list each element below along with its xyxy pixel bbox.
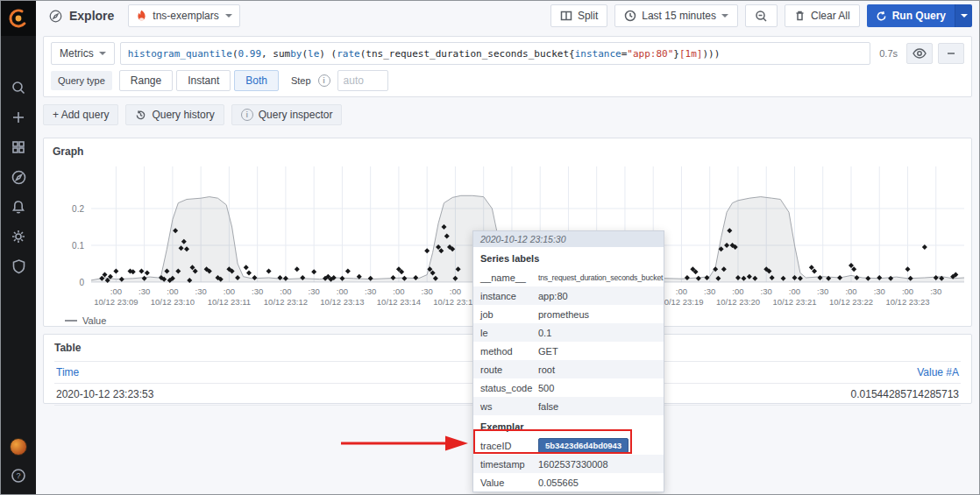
time-range-picker[interactable]: Last 15 minutes	[614, 4, 738, 27]
svg-text::00: :00	[676, 286, 687, 296]
exemplar-point[interactable]	[266, 268, 272, 273]
explore-title: Explore	[48, 9, 114, 24]
query-token: =	[621, 48, 628, 60]
metrics-dropdown[interactable]: Metrics	[51, 42, 115, 65]
column-header-time[interactable]: Time	[54, 362, 508, 383]
query-token: 0.99	[238, 48, 262, 60]
tooltip-label: route	[480, 364, 538, 375]
svg-text:10/12 23:21: 10/12 23:21	[772, 297, 816, 307]
explore-compass-icon[interactable]	[9, 167, 28, 187]
query-token: by	[290, 48, 302, 60]
dashboards-icon[interactable]	[9, 138, 28, 157]
query-type-instant[interactable]: Instant	[176, 70, 231, 91]
split-icon	[560, 10, 572, 22]
svg-text:10/12 23:14: 10/12 23:14	[377, 297, 421, 307]
grafana-logo-icon	[8, 8, 29, 29]
exemplar-point[interactable]	[246, 271, 252, 276]
shield-icon[interactable]	[9, 257, 28, 276]
exemplar-point[interactable]	[851, 266, 856, 272]
tooltip-label: Value	[480, 477, 538, 488]
exemplar-point[interactable]	[102, 272, 107, 278]
chevron-down-icon	[721, 14, 728, 18]
query-token: (	[232, 48, 238, 60]
tooltip-label-row: status_code500	[473, 378, 664, 397]
alerting-bell-icon[interactable]	[9, 197, 28, 216]
exemplar-point[interactable]	[424, 248, 430, 253]
remove-query-button[interactable]	[938, 43, 964, 64]
run-query-label: Run Query	[892, 10, 946, 22]
svg-text::30: :30	[138, 286, 150, 296]
tooltip-label: job	[480, 309, 538, 320]
datasource-picker[interactable]: tns-exemplars	[128, 4, 240, 27]
grafana-window: ? Explore tns-exemplars Split Last 15 mi	[0, 0, 980, 495]
exemplar-point[interactable]	[311, 269, 316, 274]
explore-compass-icon	[48, 9, 63, 24]
info-icon: i	[318, 74, 330, 87]
trace-id-row: traceID 5b3423d6d4bd0943	[473, 436, 664, 455]
trace-id-label: traceID	[480, 441, 538, 451]
series-line-icon	[65, 320, 77, 322]
legend-series-label: Value	[82, 315, 106, 326]
exemplar-point[interactable]	[138, 268, 144, 273]
svg-text:0.2: 0.2	[72, 204, 84, 214]
exemplar-point[interactable]	[905, 266, 910, 272]
query-type-both[interactable]: Both	[234, 70, 279, 91]
exemplar-point[interactable]	[849, 263, 854, 268]
tooltip-value: false	[538, 401, 558, 412]
svg-text:?: ?	[16, 471, 20, 480]
run-query-dropdown[interactable]	[955, 4, 972, 27]
tooltip-label: le	[480, 328, 538, 338]
chevron-down-icon	[99, 52, 106, 55]
help-icon[interactable]: ?	[9, 466, 28, 485]
query-expression-input[interactable]: histogram_quantile(0.99, sum by(le) (rat…	[120, 42, 871, 65]
svg-text::30: :30	[195, 286, 207, 296]
exemplar-point[interactable]	[295, 266, 300, 272]
trace-id-badge[interactable]: 5b3423d6d4bd0943	[538, 438, 628, 453]
query-inspector-button[interactable]: i Query inspector	[231, 104, 343, 125]
clear-all-label: Clear All	[811, 10, 850, 22]
chevron-down-icon	[961, 14, 968, 18]
zoom-out-button[interactable]	[745, 4, 778, 27]
query-history-button[interactable]: Query history	[125, 104, 224, 125]
series-labels-rows: __name__tns_request_duration_seconds_buc…	[473, 268, 664, 415]
plus-icon[interactable]	[9, 108, 28, 127]
exemplar-point[interactable]	[145, 271, 150, 276]
tooltip-label-row: Value0.055665	[473, 473, 664, 491]
query-token: )))	[702, 48, 720, 60]
run-query-button[interactable]: Run Query	[867, 4, 972, 27]
svg-text::00: :00	[280, 286, 291, 296]
add-query-button[interactable]: + Add query	[43, 104, 118, 125]
svg-text::30: :30	[252, 286, 263, 296]
grafana-logo[interactable]	[1, 1, 36, 36]
clock-icon	[624, 10, 636, 22]
configuration-gear-icon[interactable]	[9, 227, 28, 246]
tooltip-timestamp: 2020-10-12 23:15:30	[473, 231, 664, 247]
history-icon	[135, 110, 146, 121]
metrics-label: Metrics	[60, 47, 94, 60]
prometheus-flame-icon	[136, 10, 147, 22]
exemplar-point[interactable]	[809, 265, 814, 270]
svg-text::30: :30	[874, 286, 885, 296]
exemplar-point[interactable]	[812, 268, 817, 273]
svg-text::00: :00	[393, 286, 404, 296]
svg-text::30: :30	[422, 286, 433, 296]
exemplar-point[interactable]	[113, 268, 118, 273]
search-icon[interactable]	[9, 78, 28, 97]
exemplar-title: Exemplar	[473, 415, 664, 436]
query-token: (tns_request_duration_seconds_bucket{	[360, 48, 575, 60]
svg-text::00: :00	[167, 286, 178, 296]
exemplar-point[interactable]	[345, 268, 351, 273]
tooltip-label-row: routeroot	[473, 360, 664, 378]
user-avatar[interactable]	[10, 438, 27, 456]
query-history-label: Query history	[152, 109, 214, 121]
query-editor-card: Metrics histogram_quantile(0.99, sum by(…	[43, 36, 972, 97]
query-inspector-label: Query inspector	[259, 109, 333, 121]
step-input[interactable]	[337, 70, 388, 91]
split-button[interactable]: Split	[550, 4, 607, 27]
svg-text:10/12 23:11: 10/12 23:11	[208, 297, 251, 307]
minus-icon	[946, 48, 956, 59]
exemplar-point[interactable]	[244, 265, 249, 270]
query-type-range[interactable]: Range	[119, 70, 173, 91]
disable-query-button[interactable]	[906, 43, 933, 64]
clear-all-button[interactable]: Clear All	[785, 4, 860, 27]
